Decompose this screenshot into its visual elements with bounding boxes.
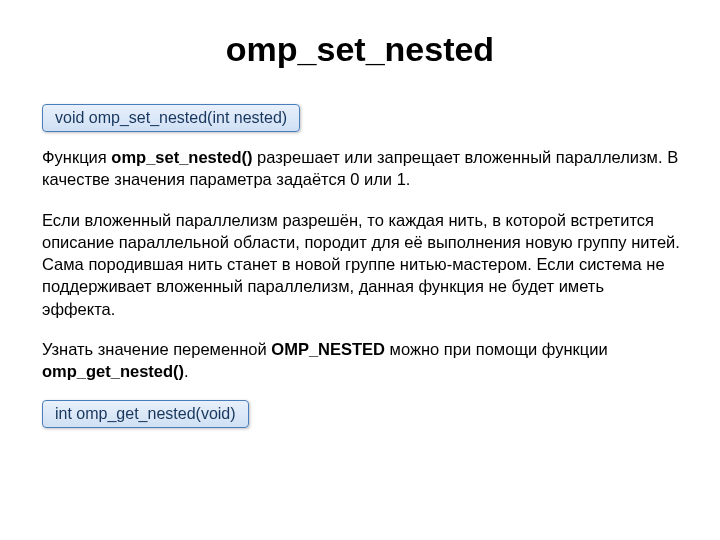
text-fragment: . — [184, 362, 189, 380]
function-name-bold: omp_get_nested() — [42, 362, 184, 380]
function-signature-set: void omp_set_nested(int nested) — [42, 104, 300, 132]
slide-content: void omp_set_nested(int nested) Функция … — [42, 104, 680, 442]
function-name-bold: omp_set_nested() — [111, 148, 252, 166]
paragraph-2: Если вложенный параллелизм разрешён, то … — [42, 209, 680, 320]
paragraph-1: Функция omp_set_nested() разрешает или з… — [42, 146, 680, 191]
slide: omp_set_nested void omp_set_nested(int n… — [0, 0, 720, 540]
function-signature-get: int omp_get_nested(void) — [42, 400, 249, 428]
env-var-bold: OMP_NESTED — [271, 340, 385, 358]
text-fragment: Функция — [42, 148, 111, 166]
text-fragment: Узнать значение переменной — [42, 340, 271, 358]
paragraph-3: Узнать значение переменной OMP_NESTED мо… — [42, 338, 680, 383]
text-fragment: можно при помощи функции — [385, 340, 608, 358]
slide-title: omp_set_nested — [40, 30, 680, 69]
